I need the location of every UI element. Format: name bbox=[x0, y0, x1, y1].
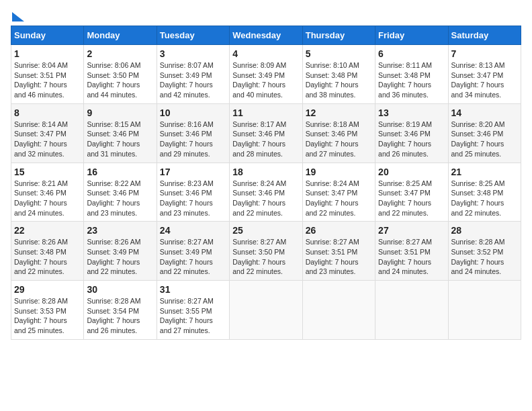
day-info: Sunrise: 8:26 AM Sunset: 3:49 PM Dayligh… bbox=[87, 237, 153, 277]
day-info: Sunrise: 8:27 AM Sunset: 3:50 PM Dayligh… bbox=[232, 237, 299, 277]
day-cell bbox=[448, 281, 521, 340]
day-cell: 9Sunrise: 8:15 AM Sunset: 3:46 PM Daylig… bbox=[84, 103, 157, 163]
logo bbox=[11, 11, 24, 20]
day-number: 27 bbox=[378, 225, 445, 236]
day-cell: 10Sunrise: 8:16 AM Sunset: 3:46 PM Dayli… bbox=[157, 103, 229, 163]
day-number: 23 bbox=[87, 225, 153, 236]
day-number: 16 bbox=[87, 167, 153, 177]
day-cell: 11Sunrise: 8:17 AM Sunset: 3:46 PM Dayli… bbox=[230, 103, 302, 163]
week-row-3: 15Sunrise: 8:21 AM Sunset: 3:46 PM Dayli… bbox=[11, 163, 521, 222]
day-number: 20 bbox=[378, 167, 445, 177]
day-number: 8 bbox=[14, 107, 81, 118]
day-info: Sunrise: 8:27 AM Sunset: 3:51 PM Dayligh… bbox=[378, 237, 445, 277]
col-header-monday: Monday bbox=[84, 26, 157, 45]
day-info: Sunrise: 8:26 AM Sunset: 3:48 PM Dayligh… bbox=[14, 237, 81, 277]
day-info: Sunrise: 8:28 AM Sunset: 3:52 PM Dayligh… bbox=[451, 237, 518, 277]
day-cell: 16Sunrise: 8:22 AM Sunset: 3:46 PM Dayli… bbox=[84, 163, 157, 222]
day-cell: 30Sunrise: 8:28 AM Sunset: 3:54 PM Dayli… bbox=[84, 281, 157, 340]
logo-arrow-icon bbox=[12, 12, 24, 21]
week-row-2: 8Sunrise: 8:14 AM Sunset: 3:47 PM Daylig… bbox=[11, 103, 521, 163]
day-cell: 15Sunrise: 8:21 AM Sunset: 3:46 PM Dayli… bbox=[11, 163, 84, 222]
day-info: Sunrise: 8:16 AM Sunset: 3:46 PM Dayligh… bbox=[160, 120, 226, 159]
calendar-table: SundayMondayTuesdayWednesdayThursdayFrid… bbox=[11, 26, 521, 340]
col-header-tuesday: Tuesday bbox=[157, 26, 229, 45]
day-cell bbox=[302, 281, 375, 340]
day-cell: 26Sunrise: 8:27 AM Sunset: 3:51 PM Dayli… bbox=[302, 222, 375, 281]
day-info: Sunrise: 8:18 AM Sunset: 3:46 PM Dayligh… bbox=[306, 120, 372, 159]
day-cell: 19Sunrise: 8:24 AM Sunset: 3:47 PM Dayli… bbox=[302, 163, 375, 222]
week-row-5: 29Sunrise: 8:28 AM Sunset: 3:53 PM Dayli… bbox=[11, 281, 521, 340]
day-info: Sunrise: 8:10 AM Sunset: 3:48 PM Dayligh… bbox=[306, 60, 372, 100]
day-cell bbox=[375, 281, 448, 340]
day-cell: 14Sunrise: 8:20 AM Sunset: 3:46 PM Dayli… bbox=[448, 103, 521, 163]
day-info: Sunrise: 8:21 AM Sunset: 3:46 PM Dayligh… bbox=[14, 179, 81, 218]
col-header-friday: Friday bbox=[375, 26, 448, 45]
day-cell: 7Sunrise: 8:13 AM Sunset: 3:47 PM Daylig… bbox=[448, 45, 521, 104]
day-cell: 21Sunrise: 8:25 AM Sunset: 3:48 PM Dayli… bbox=[448, 163, 521, 222]
day-number: 26 bbox=[306, 225, 372, 236]
day-info: Sunrise: 8:15 AM Sunset: 3:46 PM Dayligh… bbox=[87, 120, 153, 159]
day-info: Sunrise: 8:28 AM Sunset: 3:54 PM Dayligh… bbox=[87, 296, 153, 336]
week-row-4: 22Sunrise: 8:26 AM Sunset: 3:48 PM Dayli… bbox=[11, 222, 521, 281]
day-cell: 23Sunrise: 8:26 AM Sunset: 3:49 PM Dayli… bbox=[84, 222, 157, 281]
col-header-thursday: Thursday bbox=[302, 26, 375, 45]
day-info: Sunrise: 8:27 AM Sunset: 3:51 PM Dayligh… bbox=[306, 237, 372, 277]
day-info: Sunrise: 8:24 AM Sunset: 3:46 PM Dayligh… bbox=[232, 179, 299, 218]
day-number: 4 bbox=[232, 48, 299, 59]
day-number: 19 bbox=[306, 167, 372, 177]
day-cell: 24Sunrise: 8:27 AM Sunset: 3:49 PM Dayli… bbox=[157, 222, 229, 281]
day-info: Sunrise: 8:27 AM Sunset: 3:49 PM Dayligh… bbox=[160, 237, 226, 277]
day-cell: 20Sunrise: 8:25 AM Sunset: 3:47 PM Dayli… bbox=[375, 163, 448, 222]
day-info: Sunrise: 8:19 AM Sunset: 3:46 PM Dayligh… bbox=[378, 120, 445, 159]
day-info: Sunrise: 8:20 AM Sunset: 3:46 PM Dayligh… bbox=[451, 120, 518, 159]
day-cell: 27Sunrise: 8:27 AM Sunset: 3:51 PM Dayli… bbox=[375, 222, 448, 281]
day-number: 17 bbox=[160, 167, 226, 177]
day-cell: 18Sunrise: 8:24 AM Sunset: 3:46 PM Dayli… bbox=[230, 163, 302, 222]
day-cell: 28Sunrise: 8:28 AM Sunset: 3:52 PM Dayli… bbox=[448, 222, 521, 281]
day-number: 9 bbox=[87, 107, 153, 118]
day-number: 31 bbox=[160, 284, 226, 295]
day-number: 7 bbox=[451, 48, 518, 59]
day-number: 2 bbox=[87, 48, 153, 59]
day-number: 13 bbox=[378, 107, 445, 118]
day-number: 10 bbox=[160, 107, 226, 118]
day-info: Sunrise: 8:13 AM Sunset: 3:47 PM Dayligh… bbox=[451, 60, 518, 100]
day-number: 15 bbox=[14, 167, 81, 177]
day-number: 25 bbox=[232, 225, 299, 236]
day-cell bbox=[230, 281, 302, 340]
day-cell: 6Sunrise: 8:11 AM Sunset: 3:48 PM Daylig… bbox=[375, 45, 448, 104]
day-number: 18 bbox=[232, 167, 299, 177]
day-info: Sunrise: 8:25 AM Sunset: 3:47 PM Dayligh… bbox=[378, 179, 445, 218]
day-info: Sunrise: 8:04 AM Sunset: 3:51 PM Dayligh… bbox=[14, 60, 81, 100]
day-info: Sunrise: 8:06 AM Sunset: 3:50 PM Dayligh… bbox=[87, 60, 153, 100]
day-info: Sunrise: 8:27 AM Sunset: 3:55 PM Dayligh… bbox=[160, 296, 226, 336]
day-number: 3 bbox=[160, 48, 226, 59]
day-number: 21 bbox=[451, 167, 518, 177]
day-number: 1 bbox=[14, 48, 81, 59]
day-number: 14 bbox=[451, 107, 518, 118]
day-cell: 1Sunrise: 8:04 AM Sunset: 3:51 PM Daylig… bbox=[11, 45, 84, 104]
day-info: Sunrise: 8:07 AM Sunset: 3:49 PM Dayligh… bbox=[160, 60, 226, 100]
day-info: Sunrise: 8:23 AM Sunset: 3:46 PM Dayligh… bbox=[160, 179, 226, 218]
day-cell: 3Sunrise: 8:07 AM Sunset: 3:49 PM Daylig… bbox=[157, 45, 229, 104]
day-number: 6 bbox=[378, 48, 445, 59]
day-number: 22 bbox=[14, 225, 81, 236]
day-info: Sunrise: 8:09 AM Sunset: 3:49 PM Dayligh… bbox=[232, 60, 299, 100]
day-number: 24 bbox=[160, 225, 226, 236]
day-cell: 25Sunrise: 8:27 AM Sunset: 3:50 PM Dayli… bbox=[230, 222, 302, 281]
day-info: Sunrise: 8:25 AM Sunset: 3:48 PM Dayligh… bbox=[451, 179, 518, 218]
day-number: 11 bbox=[232, 107, 299, 118]
day-info: Sunrise: 8:24 AM Sunset: 3:47 PM Dayligh… bbox=[306, 179, 372, 218]
day-cell: 22Sunrise: 8:26 AM Sunset: 3:48 PM Dayli… bbox=[11, 222, 84, 281]
day-cell: 5Sunrise: 8:10 AM Sunset: 3:48 PM Daylig… bbox=[302, 45, 375, 104]
day-number: 12 bbox=[306, 107, 372, 118]
day-number: 29 bbox=[14, 284, 81, 295]
day-number: 28 bbox=[451, 225, 518, 236]
page-header bbox=[11, 11, 521, 20]
col-header-sunday: Sunday bbox=[11, 26, 84, 45]
day-number: 5 bbox=[306, 48, 372, 59]
day-info: Sunrise: 8:17 AM Sunset: 3:46 PM Dayligh… bbox=[232, 120, 299, 159]
day-cell: 31Sunrise: 8:27 AM Sunset: 3:55 PM Dayli… bbox=[157, 281, 229, 340]
day-cell: 17Sunrise: 8:23 AM Sunset: 3:46 PM Dayli… bbox=[157, 163, 229, 222]
day-info: Sunrise: 8:11 AM Sunset: 3:48 PM Dayligh… bbox=[378, 60, 445, 100]
